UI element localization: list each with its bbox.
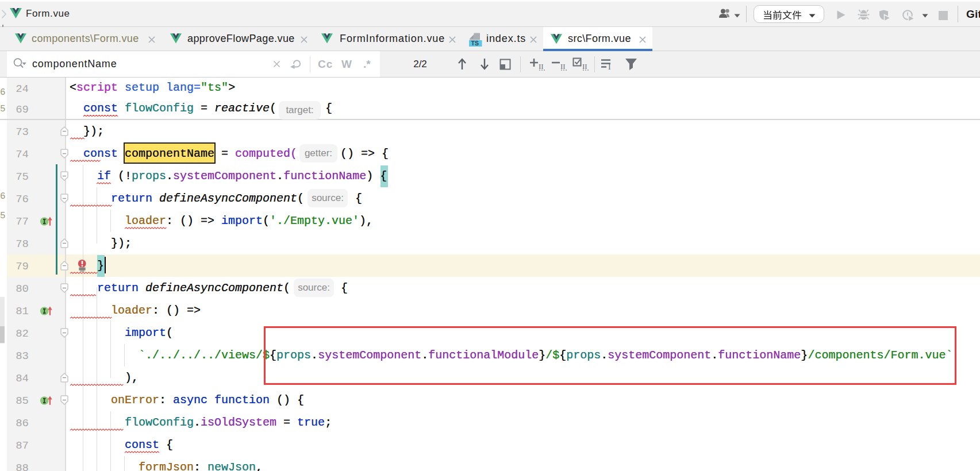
svg-text:I: I (608, 63, 611, 70)
svg-text:TS: TS (471, 40, 479, 47)
svg-text:II: II (539, 62, 544, 71)
svg-text:II: II (560, 62, 566, 71)
svg-text:II: II (582, 62, 587, 71)
